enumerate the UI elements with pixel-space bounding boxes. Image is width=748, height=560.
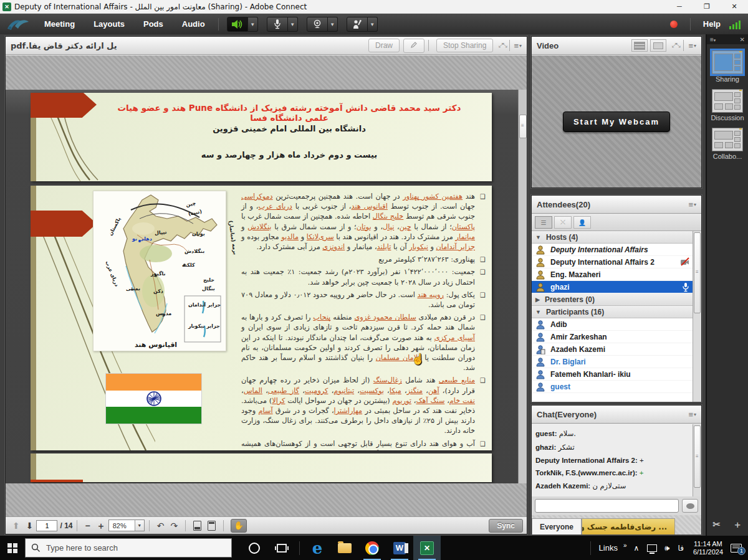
microphone-button[interactable] [267, 17, 288, 32]
fullscreen-icon[interactable]: ⤢⤡ [498, 42, 506, 49]
language-indicator[interactable]: فا [678, 544, 683, 553]
word-button[interactable]: W [386, 536, 413, 560]
chat-messages[interactable]: guest: سلام.ghazi: تشکرDeputy Internatio… [532, 424, 693, 496]
scrollbar-thumb[interactable] [694, 425, 701, 488]
layout-sharing-thumbnail[interactable] [712, 50, 743, 74]
attendee-row[interactable]: Azadeh Kazemi [532, 343, 693, 356]
start-webcam-button[interactable]: Start My Webcam [563, 112, 670, 132]
adobe-connect-icon: ✕ [420, 541, 434, 555]
cut-layout-icon[interactable]: ✂ [713, 519, 721, 531]
attendee-row[interactable]: Deputy International Affairs 2 [532, 256, 693, 268]
pod-options-menu-icon[interactable]: ≡ [514, 41, 518, 50]
close-sidebar-icon[interactable]: ✕ [740, 36, 745, 43]
attendee-row[interactable]: guest [532, 381, 693, 393]
tray-chevron-up-icon[interactable]: ∧ [633, 544, 639, 553]
task-view-button[interactable] [268, 536, 295, 560]
page-number-input[interactable] [36, 520, 57, 531]
links-overflow-icon[interactable]: » [623, 542, 627, 549]
microphone-dropdown[interactable]: ▼ [288, 17, 298, 32]
volume-icon[interactable]: 🕪 [664, 543, 669, 553]
menu-meeting[interactable]: Meeting [35, 14, 84, 34]
connection-status-icon[interactable] [729, 19, 742, 29]
draw-button[interactable]: Draw [368, 39, 400, 52]
chat-tab-everyone[interactable]: Everyone [532, 518, 582, 534]
attendee-status-view-button[interactable]: 👤 [573, 216, 591, 229]
attendee-row[interactable]: Eng. Mazaheri [532, 268, 693, 281]
breakout-view-button[interactable]: ⤬ [554, 216, 572, 229]
sync-button[interactable]: Sync [489, 519, 523, 533]
menu-help[interactable]: Help [703, 19, 721, 29]
network-icon[interactable] [647, 544, 657, 552]
slide-title-banner [31, 93, 97, 118]
clock[interactable]: 11:14 AM 6/11/2024 [693, 540, 723, 556]
fit-width-button[interactable] [208, 521, 216, 531]
speaker-dropdown[interactable]: ▼ [248, 17, 258, 32]
set-status-button[interactable] [347, 17, 368, 32]
scrollbar-thumb[interactable] [694, 232, 701, 313]
attendee-row[interactable]: Dr. Biglari [532, 356, 693, 368]
menu-layouts[interactable]: Layouts [84, 14, 134, 34]
layout-discussion-thumbnail[interactable] [712, 89, 743, 113]
attendee-list-view-button[interactable]: ☰ [535, 216, 552, 229]
webcam-dropdown[interactable]: ▼ [328, 17, 338, 32]
pan-tool-button[interactable]: ✋ [231, 519, 247, 533]
taskbar-search-input[interactable]: Type here to search [25, 538, 232, 558]
zoom-in-button[interactable]: ＋ [97, 519, 105, 533]
notification-center-icon[interactable]: 1 [731, 544, 742, 553]
pod-options-menu-icon[interactable]: ≡ [688, 200, 693, 209]
chrome-button[interactable] [358, 536, 386, 560]
file-explorer-button[interactable] [331, 536, 358, 560]
links-toolbar[interactable]: Links [599, 543, 618, 553]
send-message-button[interactable] [682, 499, 698, 513]
fullscreen-icon[interactable]: ⤢⤡ [671, 42, 679, 49]
document-scrollbar[interactable] [518, 90, 527, 483]
edge-button[interactable]: e [304, 536, 331, 560]
document-canvas[interactable]: دکتر سید محمد قاضی دانش آموخته رشته فیزی… [6, 90, 518, 483]
map-label: بمبئی [126, 286, 140, 292]
pod-options-menu-icon[interactable]: ≡ [688, 41, 693, 50]
close-button[interactable]: ✕ [721, 0, 748, 14]
attendee-section-header[interactable]: ▼Hosts (4) [532, 231, 693, 244]
webcam-button[interactable] [307, 17, 328, 32]
rotate-left-button[interactable]: ↶ [157, 519, 165, 533]
zoom-out-button[interactable]: − [85, 519, 90, 533]
attendee-row[interactable]: ghazi [532, 281, 693, 293]
chat-scrollbar[interactable] [693, 424, 701, 496]
participant-icon [535, 369, 545, 379]
layout-collaboration-thumbnail[interactable] [712, 128, 743, 151]
attendees-list[interactable]: ▼Hosts (4)Deputy International AffairsDe… [532, 231, 693, 402]
rotate-right-button[interactable]: ↷ [170, 519, 178, 533]
filmstrip-view-button[interactable] [650, 39, 666, 52]
menu-pods[interactable]: Pods [134, 14, 173, 34]
add-layout-icon[interactable]: ＋ [732, 519, 742, 531]
minimize-button[interactable]: ─ [666, 0, 693, 14]
attendee-name: Dr. Biglari [550, 358, 586, 366]
fit-page-button[interactable] [193, 521, 201, 531]
attendee-row[interactable]: Deputy International Affairs [532, 244, 693, 256]
layout-menu-icon[interactable]: ≡▾ [710, 36, 716, 43]
pod-options-menu-icon[interactable]: ≡ [688, 410, 693, 419]
restore-button[interactable]: ❐ [693, 0, 721, 14]
cortana-button[interactable] [241, 536, 268, 560]
menu-audio[interactable]: Audio [173, 14, 214, 34]
zoom-dropdown-icon[interactable]: ▼ [135, 520, 144, 531]
previous-page-button[interactable]: ⬆ [12, 519, 20, 533]
set-status-dropdown[interactable]: ▼ [368, 17, 378, 32]
attendee-row[interactable]: Fatemeh Khanlari- ikiu [532, 368, 693, 381]
pointer-tool-button[interactable] [403, 39, 424, 53]
start-button[interactable] [0, 536, 25, 560]
attendee-row[interactable]: Amir Zarkeshan [532, 331, 693, 343]
scrollbar-thumb[interactable] [519, 115, 527, 138]
chat-tab-private[interactable]: ... رضای‌فاطمه جسک و غل [582, 518, 675, 534]
speaker-button[interactable] [227, 17, 248, 32]
adobe-connect-taskbar-button[interactable]: ✕ [413, 536, 441, 560]
attendee-row[interactable]: Adib [532, 318, 693, 331]
chat-message-input[interactable] [535, 499, 679, 513]
zoom-level-select[interactable]: 82% ▼ [108, 520, 145, 531]
grid-view-button[interactable] [631, 39, 648, 52]
stop-sharing-button[interactable]: Stop Sharing [436, 39, 493, 52]
next-page-button[interactable]: ⬇ [26, 519, 34, 533]
attendee-section-header[interactable]: ▶Presenters (0) [532, 293, 693, 306]
attendees-scrollbar[interactable] [693, 231, 701, 402]
attendee-section-header[interactable]: ▼Participants (16) [532, 306, 693, 318]
